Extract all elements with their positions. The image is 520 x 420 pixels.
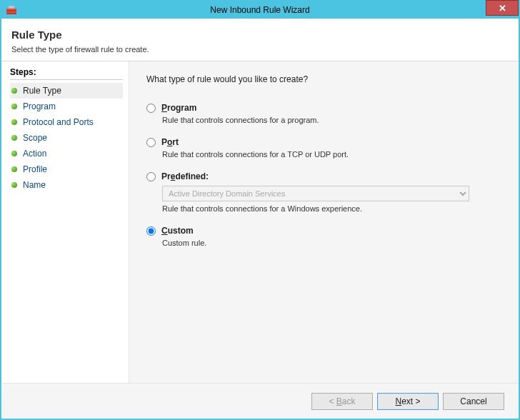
window-title: New Inbound Rule Wizard (1, 5, 519, 15)
option-custom-desc: Custom rule. (162, 239, 501, 247)
step-rule-type[interactable]: Rule Type (10, 83, 123, 99)
wizard-body: Steps: Rule Type Program Protocol and Po… (1, 61, 519, 383)
page-subtitle: Select the type of firewall rule to crea… (11, 45, 511, 54)
option-program-desc: Rule that controls connections for a pro… (162, 116, 501, 124)
titlebar: New Inbound Rule Wizard ✕ (1, 1, 519, 19)
wizard-window: New Inbound Rule Wizard ✕ Rule Type Sele… (0, 0, 520, 420)
next-button[interactable]: Next > (377, 393, 439, 410)
back-button[interactable]: < Back (311, 393, 373, 410)
step-name[interactable]: Name (10, 177, 129, 193)
option-program: Program Rule that controls connections f… (146, 103, 501, 124)
option-program-row[interactable]: Program (146, 103, 501, 113)
steps-list: Rule Type Program Protocol and Ports Sco… (10, 83, 129, 193)
step-label: Action (23, 149, 46, 159)
step-program[interactable]: Program (10, 99, 129, 114)
option-predefined: Predefined: Active Directory Domain Serv… (146, 171, 501, 213)
option-port-desc: Rule that controls connections for a TCP… (162, 150, 501, 159)
bullet-icon (11, 135, 17, 141)
radio-port[interactable] (146, 138, 156, 147)
bullet-icon (11, 88, 17, 94)
predefined-select[interactable]: Active Directory Domain Services (162, 186, 469, 201)
bullet-icon (11, 151, 17, 156)
option-port-label: Port (161, 137, 179, 147)
option-port-row[interactable]: Port (146, 137, 501, 147)
option-program-label: Program (161, 103, 196, 113)
bullet-icon (11, 104, 17, 109)
bullet-icon (11, 166, 17, 172)
close-button[interactable]: ✕ (486, 0, 519, 16)
content-question: What type of rule would you like to crea… (146, 74, 501, 84)
steps-heading: Steps: (10, 67, 123, 80)
step-label: Rule Type (23, 86, 61, 96)
wizard-content: What type of rule would you like to crea… (129, 61, 519, 383)
rule-type-options: Program Rule that controls connections f… (146, 103, 501, 247)
option-port: Port Rule that controls connections for … (146, 137, 501, 159)
step-scope[interactable]: Scope (10, 130, 129, 146)
cancel-button[interactable]: Cancel (443, 393, 504, 410)
step-label: Protocol and Ports (23, 117, 94, 127)
step-profile[interactable]: Profile (10, 161, 129, 177)
step-action[interactable]: Action (10, 146, 129, 161)
step-protocol-ports[interactable]: Protocol and Ports (10, 114, 129, 130)
option-custom-row[interactable]: Custom (146, 226, 501, 236)
option-predefined-label: Predefined: (161, 171, 209, 181)
step-label: Name (23, 180, 46, 190)
predefined-select-wrap: Active Directory Domain Services (162, 186, 501, 201)
radio-custom[interactable] (146, 226, 156, 236)
option-predefined-row[interactable]: Predefined: (146, 171, 501, 181)
radio-program[interactable] (146, 104, 156, 113)
page-title: Rule Type (11, 29, 511, 41)
bullet-icon (11, 182, 17, 188)
option-custom-label: Custom (161, 226, 194, 236)
option-custom: Custom Custom rule. (146, 226, 501, 247)
option-predefined-desc: Rule that controls connections for a Win… (162, 204, 501, 213)
wizard-footer: < Back Next > Cancel (1, 383, 519, 419)
bullet-icon (11, 119, 17, 125)
close-icon: ✕ (499, 3, 506, 14)
radio-predefined[interactable] (146, 172, 156, 181)
step-label: Profile (23, 164, 47, 174)
step-label: Scope (23, 133, 47, 143)
wizard-header: Rule Type Select the type of firewall ru… (1, 19, 519, 61)
step-label: Program (23, 101, 56, 111)
steps-sidebar: Steps: Rule Type Program Protocol and Po… (1, 61, 129, 383)
